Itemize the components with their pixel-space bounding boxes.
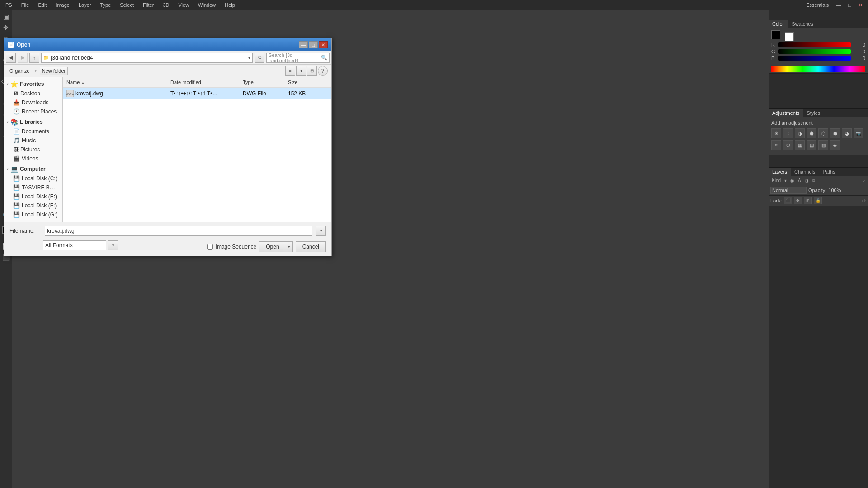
tasvire-label: TASVIRE BARTAF	[22, 184, 58, 191]
new-folder-btn[interactable]: New folder	[40, 67, 68, 75]
search-box: Search [3d-land.net]bed4 🔍	[266, 53, 330, 63]
filename-input[interactable]	[45, 226, 312, 236]
view-dropdown-btn[interactable]: ▾	[296, 66, 306, 76]
open-btn-wrap: Open ▾	[259, 241, 292, 252]
nav-item-recent[interactable]: 🕐 Recent Places	[4, 107, 62, 116]
downloads-icon: 📥	[13, 99, 20, 106]
dialog-minimize-btn[interactable]: —	[299, 41, 308, 48]
filetype-input[interactable]	[43, 240, 106, 250]
desktop-icon: 🖥	[13, 90, 19, 97]
favorites-arrow: ▾	[7, 82, 9, 86]
file-type: DWG File	[239, 89, 284, 98]
c-drive-label: Local Disk (C:)	[22, 175, 57, 182]
dialog-buttons: Image Sequence Open ▾ Cancel	[207, 241, 326, 252]
address-bar: 📁 [3d-land.net]bed4 ▾	[41, 53, 253, 63]
g-drive-icon: 💾	[13, 211, 20, 218]
nav-item-videos[interactable]: 🎬 Videos	[4, 154, 62, 163]
dialog-body: ▾ ⭐ Favorites 🖥 Desktop 📥 Downloads 🕐	[4, 77, 331, 222]
c-drive-icon: 💾	[13, 175, 20, 182]
dialog-nav-toolbar: ◀ ▶ ↑ 📁 [3d-land.net]bed4 ▾ ↻ Search [3d…	[4, 51, 331, 65]
tasvire-icon: 💾	[13, 184, 20, 191]
open-btn-arrow[interactable]: ▾	[286, 241, 293, 252]
image-sequence-checkbox[interactable]	[207, 244, 213, 250]
organize-btn[interactable]: Organize	[8, 67, 32, 75]
name-sort-arrow: ▲	[81, 81, 85, 85]
libraries-icon: 📚	[10, 118, 18, 126]
view-details-btn[interactable]: ⊞	[307, 66, 317, 76]
dialog-title-text: Open	[17, 42, 31, 48]
downloads-label: Downloads	[22, 99, 48, 106]
col-header-size[interactable]: Size	[284, 78, 321, 86]
organize-dropdown-arrow[interactable]: ▾	[34, 68, 37, 74]
nav-item-f[interactable]: 💾 Local Disk (F:)	[4, 201, 62, 210]
nav-forward-btn[interactable]: ▶	[18, 53, 28, 63]
image-sequence-label[interactable]: Image Sequence	[216, 244, 257, 250]
col-header-name[interactable]: Name ▲	[63, 78, 167, 86]
nav-section-favorites: ▾ ⭐ Favorites 🖥 Desktop 📥 Downloads 🕐	[4, 79, 62, 116]
col-header-type[interactable]: Type	[239, 78, 284, 86]
nav-item-g[interactable]: 💾 Local Disk (G:)	[4, 210, 62, 219]
dialog-title-left: 📄 Open	[8, 42, 31, 48]
nav-section-computer: ▾ 💻 Computer 💾 Local Disk (C:) 💾 TASVIRE…	[4, 164, 62, 219]
dialog-nav: ▾ ⭐ Favorites 🖥 Desktop 📥 Downloads 🕐	[4, 77, 63, 222]
view-list-btn[interactable]: ≡	[285, 66, 295, 76]
cancel-button[interactable]: Cancel	[296, 241, 326, 252]
recent-label: Recent Places	[22, 108, 57, 115]
pictures-icon: 🖼	[13, 146, 19, 153]
file-name: krovatj.dwg	[75, 90, 103, 97]
filename-dropdown-btn[interactable]: ▾	[316, 226, 326, 236]
file-list: Name ▲ Date modified Type Size DWG krova…	[63, 77, 331, 222]
videos-label: Videos	[22, 155, 38, 162]
filetype-dropdown-btn[interactable]: ▾	[108, 240, 118, 250]
videos-icon: 🎬	[13, 155, 20, 162]
address-dropdown-btn[interactable]: ▾	[248, 56, 250, 60]
f-drive-label: Local Disk (F:)	[22, 202, 57, 209]
view-controls: ≡ ▾ ⊞ ?	[285, 66, 328, 76]
nav-item-desktop[interactable]: 🖥 Desktop	[4, 89, 62, 98]
pictures-label: Pictures	[20, 146, 40, 153]
g-drive-label: Local Disk (G:)	[22, 211, 57, 218]
favorites-icon: ⭐	[10, 80, 18, 88]
address-text: [3d-land.net]bed4	[51, 55, 93, 61]
nav-up-btn[interactable]: ↑	[29, 53, 39, 63]
help-btn[interactable]: ?	[318, 66, 328, 76]
dialog-toolbar2: Organize ▾ New folder ≡ ▾ ⊞ ?	[4, 65, 331, 77]
dialog-maximize-btn[interactable]: □	[309, 41, 318, 48]
favorites-header[interactable]: ▾ ⭐ Favorites	[4, 79, 62, 89]
libraries-arrow: ▾	[7, 120, 9, 124]
nav-item-tasvire[interactable]: 💾 TASVIRE BARTAF	[4, 183, 62, 192]
dialog-bottom: File name: ▾ ▾ Image Sequence Open	[4, 222, 331, 256]
libraries-label: Libraries	[20, 119, 43, 125]
nav-item-pictures[interactable]: 🖼 Pictures	[4, 145, 62, 154]
e-drive-label: Local Disk (E:)	[22, 193, 57, 200]
file-date: Т•↑↑•+↑/↑Т •↑↿Т•…	[167, 89, 239, 98]
nav-item-downloads[interactable]: 📥 Downloads	[4, 98, 62, 107]
dialog-title-controls: — □ ✕	[299, 41, 328, 48]
documents-label: Documents	[22, 128, 49, 135]
dialog-close-btn[interactable]: ✕	[319, 41, 328, 48]
nav-item-music[interactable]: 🎵 Music	[4, 136, 62, 145]
dialog-title-icon: 📄	[8, 42, 14, 48]
nav-back-btn[interactable]: ◀	[6, 53, 16, 63]
open-button[interactable]: Open	[259, 241, 285, 252]
documents-icon: 📄	[13, 128, 20, 135]
computer-icon: 💻	[10, 165, 18, 173]
file-icon-dwg: DWG	[66, 90, 74, 97]
filename-label: File name:	[9, 228, 41, 234]
search-icon[interactable]: 🔍	[321, 55, 327, 61]
libraries-header[interactable]: ▾ 📚 Libraries	[4, 117, 62, 127]
nav-section-libraries: ▾ 📚 Libraries 📄 Documents 🎵 Music 🖼	[4, 117, 62, 163]
computer-header[interactable]: ▾ 💻 Computer	[4, 164, 62, 174]
nav-item-c[interactable]: 💾 Local Disk (C:)	[4, 174, 62, 183]
music-label: Music	[22, 137, 36, 144]
file-row-krovatj[interactable]: DWG krovatj.dwg Т•↑↑•+↑/↑Т •↑↿Т•… DWG Fi…	[63, 88, 331, 99]
col-header-date[interactable]: Date modified	[167, 78, 239, 86]
open-dialog: 📄 Open — □ ✕ ◀ ▶ ↑ 📁 [3d-land.net]bed4 ▾…	[4, 38, 332, 256]
nav-item-documents[interactable]: 📄 Documents	[4, 127, 62, 136]
computer-label: Computer	[20, 166, 46, 172]
recent-icon: 🕐	[13, 108, 20, 115]
filelist-header: Name ▲ Date modified Type Size	[63, 77, 331, 88]
f-drive-icon: 💾	[13, 202, 20, 209]
nav-item-e[interactable]: 💾 Local Disk (E:)	[4, 192, 62, 201]
refresh-btn[interactable]: ↻	[255, 53, 264, 63]
